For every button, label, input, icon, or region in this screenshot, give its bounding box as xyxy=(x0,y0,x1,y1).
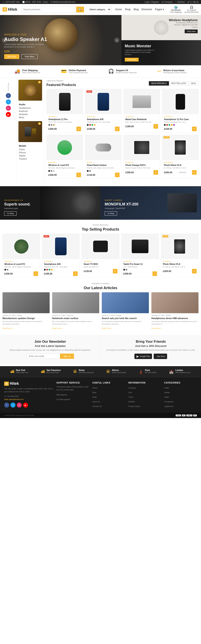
color-swatch[interactable] xyxy=(53,124,55,126)
product-card[interactable]: ★★★★★ Smartphone 11 Pro Case Wireless ch… xyxy=(162,89,198,133)
add-to-cart-button[interactable]: + xyxy=(192,126,196,131)
footer-cat-video[interactable]: Video xyxy=(164,396,169,398)
color-swatch[interactable] xyxy=(87,124,89,126)
article-card[interactable]: January 21, 2020 · Design Manufacturer u… xyxy=(3,292,50,330)
buy-now-button[interactable]: Buy Now xyxy=(4,54,19,59)
footer-link-blog[interactable]: Blog xyxy=(92,392,96,394)
color-swatch[interactable] xyxy=(51,124,52,126)
read-more-link[interactable]: Read more → xyxy=(3,327,14,329)
camera-promo-banner[interactable]: Smart Camera MONOFILM XT-200 Photograph … xyxy=(101,186,201,220)
add-to-cart-button[interactable]: + xyxy=(153,124,158,129)
footer-link-contact[interactable]: Contact Us xyxy=(92,405,102,407)
color-swatch[interactable] xyxy=(89,170,91,172)
footer-facebook-button[interactable]: f xyxy=(4,402,9,408)
view-more-button[interactable]: View More xyxy=(21,54,38,59)
color-swatch[interactable] xyxy=(173,124,175,126)
product-card[interactable]: -10% ★★★★★ Photo 55mm f/1.8 87, 994 g, f… xyxy=(162,135,198,178)
mobile-item-trackers[interactable]: Trackers xyxy=(17,157,44,160)
nav-elements[interactable]: Elements xyxy=(141,8,152,11)
footer-support-item[interactable]: Blog Reports xyxy=(56,394,67,396)
footer-support-item[interactable]: 24 Hitek support xyxy=(56,398,70,400)
add-to-cart-button[interactable]: + xyxy=(76,126,81,131)
color-swatch[interactable] xyxy=(126,269,127,270)
add-to-cart-button[interactable]: + xyxy=(73,271,78,276)
footer-info-privacy[interactable]: Privacy Policy xyxy=(128,405,140,407)
audio-item-headsets[interactable]: Headsets xyxy=(17,113,44,116)
add-to-cart-button[interactable]: + xyxy=(34,271,38,276)
nav-blog[interactable]: Blog xyxy=(134,8,139,11)
color-swatch[interactable] xyxy=(87,170,89,172)
product-card[interactable]: ★★★★★ Smart TV BOX Quad-core 8GB, 5.0 £1… xyxy=(82,234,119,278)
color-swatch[interactable] xyxy=(5,269,6,270)
audio-item-earphone[interactable]: Earphone xyxy=(17,110,44,113)
add-to-cart-button[interactable]: + xyxy=(192,269,196,274)
read-more-link[interactable]: Read more → xyxy=(52,327,64,329)
color-swatch[interactable] xyxy=(46,269,48,270)
product-card[interactable]: ★★★★★ Smartphone 11 Pro 42.17, 5.8", 64 … xyxy=(47,89,83,133)
mobile-item-tablets[interactable]: Tablets xyxy=(17,154,44,157)
audio-item-headphones[interactable]: Headphones xyxy=(17,106,44,110)
category-select[interactable]: Select category xyxy=(86,6,111,12)
add-to-cart-button[interactable]: + xyxy=(115,126,120,131)
watch-banner[interactable]: Wireless Headphone The passing is attend… xyxy=(121,15,201,40)
article-card[interactable]: January 21, 2020 · Fecktome Notebook sma… xyxy=(52,292,99,330)
product-card[interactable]: -10% ★★★★★ Photo 55mm f/1.8 87, 994 g, f… xyxy=(161,234,198,278)
color-swatch[interactable] xyxy=(164,124,166,126)
footer-cat-mobile[interactable]: Mobile xyxy=(164,392,170,394)
headphones-promo-banner[interactable]: Headphones H4 Superb sound. Expressive s… xyxy=(0,186,101,220)
google-play-button[interactable]: ▶ Google Play xyxy=(134,354,152,359)
compare-link[interactable]: ⇄ Compare xyxy=(162,1,172,3)
product-card[interactable]: HOT ★★★★★ Smartphone A30 4000mah, Flat, … xyxy=(42,234,80,278)
footer-info-wishlist[interactable]: Wishlist xyxy=(128,401,135,403)
color-swatch[interactable] xyxy=(89,124,91,126)
product-card[interactable]: ★★★★★ Wireless & Loud H71 940 mah, Jakob… xyxy=(3,234,40,278)
banner-shop-button[interactable]: To Shop xyxy=(4,211,17,216)
search-bar[interactable]: 🔍 xyxy=(21,6,84,12)
product-card[interactable]: ★★★★★ Wireless & Loud H71 940 mah, Jakob… xyxy=(47,135,83,178)
twitter-link[interactable]: t xyxy=(6,100,11,104)
color-swatch[interactable] xyxy=(51,269,53,270)
newsletter-email-input[interactable] xyxy=(27,354,60,359)
color-swatch[interactable] xyxy=(94,124,95,126)
color-swatch[interactable] xyxy=(44,269,46,270)
color-swatch[interactable] xyxy=(51,170,52,172)
article-card[interactable]: January 21, 2020 · Mobile Headphones dem… xyxy=(151,292,198,330)
music-banner[interactable]: Music Monster Lasted answer oppose to ye… xyxy=(121,40,201,65)
logo[interactable]: H Hitek xyxy=(3,7,19,12)
product-card[interactable]: ★★★★★ Photo Omega D1R II Brand 6-mount, … xyxy=(124,135,160,178)
nav-shop[interactable]: Shop xyxy=(125,8,131,11)
add-to-cart-button[interactable]: + xyxy=(153,170,158,175)
hero-next-arrow[interactable]: › xyxy=(114,38,119,43)
tab-bestsellers[interactable]: BESTSELLERS xyxy=(169,81,188,86)
banner-shop-button[interactable]: To Shop xyxy=(105,211,117,216)
signup-button[interactable]: Sign up xyxy=(60,354,74,359)
mobile-item-phones[interactable]: Phones xyxy=(17,151,44,154)
color-swatch[interactable] xyxy=(48,170,50,172)
footer-cat-audio[interactable]: Audio xyxy=(164,387,169,389)
footer-youtube-button[interactable]: ▶ xyxy=(23,402,28,408)
color-swatch[interactable] xyxy=(7,269,8,270)
article-card[interactable]: January 21, 2020 · Design Search ads jus… xyxy=(102,292,149,330)
product-card[interactable]: ★★★★★ Metal Case Notebook Inter Color I3… xyxy=(124,89,160,133)
youtube-link[interactable]: ▶ xyxy=(6,112,11,117)
footer-link-about[interactable]: About Us xyxy=(92,401,100,403)
footer-twitter-button[interactable]: t xyxy=(11,402,16,408)
footer-link-shop[interactable]: Shop xyxy=(92,396,97,398)
footer-cat-appliances[interactable]: Appliances xyxy=(164,405,173,407)
color-swatch[interactable] xyxy=(168,124,170,126)
audio-item-music[interactable]: Music xyxy=(17,116,44,119)
read-more-link[interactable]: Read more → xyxy=(102,327,113,329)
footer-info-terms[interactable]: Terms xyxy=(128,396,134,398)
footer-info-cart[interactable]: Cart xyxy=(128,392,132,394)
add-to-cart-button[interactable]: + xyxy=(152,271,157,276)
add-to-cart-button[interactable]: + xyxy=(113,269,117,274)
product-card[interactable]: HOT ★★★★★ Smartphone A30 4000mah, Flat, … xyxy=(85,89,121,133)
product-card[interactable]: ★★★★★ Smart Band Carbon Android, iOS, St… xyxy=(85,135,121,178)
mobile-item-cases[interactable]: Cases xyxy=(17,148,44,151)
footer-instagram-button[interactable]: in xyxy=(17,402,22,408)
add-to-cart-button[interactable]: + xyxy=(76,172,81,177)
add-to-cart-button[interactable]: + xyxy=(115,172,120,177)
audio-banner[interactable]: ● xyxy=(19,80,42,101)
cart-link[interactable]: 🛒 0 / $0.00 xyxy=(187,1,198,3)
color-swatch[interactable] xyxy=(123,269,125,270)
